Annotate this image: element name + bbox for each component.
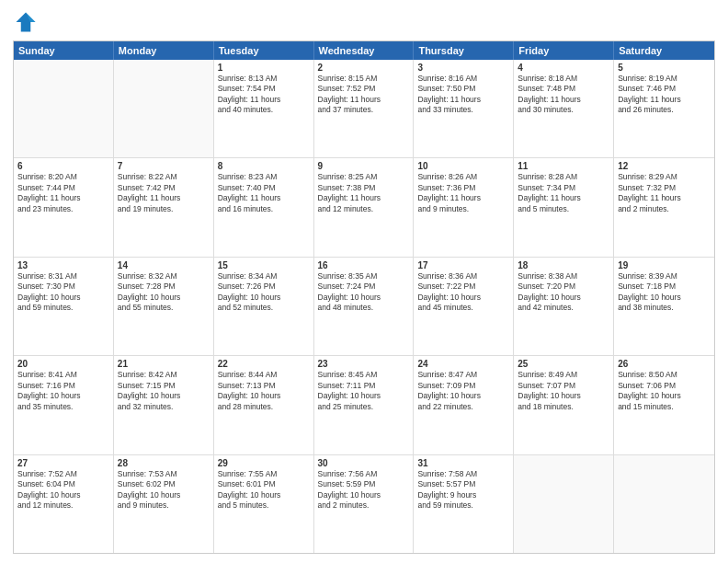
weekday-header-wednesday: Wednesday [314,41,415,60]
cell-line: Daylight: 11 hours [417,193,509,203]
calendar-cell: 24Sunrise: 8:47 AMSunset: 7:09 PMDayligh… [414,356,514,454]
cell-line: Sunrise: 8:15 AM [318,74,410,84]
cell-line: and 48 minutes. [318,303,410,313]
calendar-cell: 31Sunrise: 7:58 AMSunset: 5:57 PMDayligh… [414,455,514,553]
calendar-cell: 17Sunrise: 8:36 AMSunset: 7:22 PMDayligh… [414,258,514,355]
cell-line: Daylight: 10 hours [618,391,711,401]
header [13,9,715,35]
cell-line: Daylight: 11 hours [618,95,711,105]
day-number: 1 [218,63,310,73]
weekday-header-tuesday: Tuesday [214,41,314,60]
cell-line: Sunset: 6:04 PM [17,479,109,489]
calendar-cell: 6Sunrise: 8:20 AMSunset: 7:44 PMDaylight… [14,158,114,256]
day-number: 5 [618,63,711,73]
calendar-cell: 10Sunrise: 8:26 AMSunset: 7:36 PMDayligh… [414,158,514,256]
day-number: 23 [318,359,410,369]
cell-line: and 35 minutes. [17,402,109,412]
calendar-cell: 26Sunrise: 8:50 AMSunset: 7:06 PMDayligh… [614,356,714,454]
cell-line: Sunset: 7:06 PM [618,381,711,391]
calendar-cell: 11Sunrise: 8:28 AMSunset: 7:34 PMDayligh… [514,158,614,256]
cell-line: Sunset: 6:02 PM [118,479,210,489]
cell-line: and 45 minutes. [417,303,509,313]
cell-line: Sunset: 7:26 PM [218,282,310,292]
cell-line: and 32 minutes. [118,402,210,412]
calendar-cell: 7Sunrise: 8:22 AMSunset: 7:42 PMDaylight… [114,158,214,256]
cell-line: Sunrise: 7:58 AM [417,469,509,479]
cell-line: and 25 minutes. [318,402,410,412]
calendar-row-2: 13Sunrise: 8:31 AMSunset: 7:30 PMDayligh… [14,257,714,355]
cell-line: Sunset: 6:01 PM [218,479,310,489]
cell-line: Daylight: 10 hours [118,293,210,303]
logo-icon [13,9,39,35]
cell-line: Sunset: 7:46 PM [618,84,711,94]
calendar-cell: 2Sunrise: 8:15 AMSunset: 7:52 PMDaylight… [314,60,415,157]
calendar-cell [614,455,714,553]
calendar-row-0: 1Sunrise: 8:13 AMSunset: 7:54 PMDaylight… [14,60,714,157]
cell-line: and 18 minutes. [518,402,609,412]
calendar-cell: 23Sunrise: 8:45 AMSunset: 7:11 PMDayligh… [314,356,415,454]
calendar-cell: 1Sunrise: 8:13 AMSunset: 7:54 PMDaylight… [214,60,314,157]
calendar-row-1: 6Sunrise: 8:20 AMSunset: 7:44 PMDaylight… [14,157,714,256]
day-number: 29 [218,458,310,468]
cell-line: and 30 minutes. [518,105,609,115]
calendar-cell: 29Sunrise: 7:55 AMSunset: 6:01 PMDayligh… [214,455,314,553]
cell-line: Sunrise: 8:36 AM [417,271,509,282]
day-number: 11 [518,161,609,171]
cell-line: Sunrise: 8:26 AM [417,172,509,182]
cell-line: and 15 minutes. [618,402,711,412]
weekday-header-saturday: Saturday [614,41,714,60]
cell-line: Sunrise: 8:23 AM [218,172,310,182]
cell-line: Daylight: 11 hours [518,193,609,203]
cell-line: and 28 minutes. [218,402,310,412]
cell-line: Daylight: 11 hours [218,193,310,203]
cell-line: Daylight: 11 hours [618,193,711,203]
cell-line: Sunset: 7:36 PM [417,183,509,193]
day-number: 10 [417,161,509,171]
cell-line: Sunset: 7:32 PM [618,183,711,193]
cell-line: Daylight: 11 hours [417,95,509,105]
cell-line: Daylight: 10 hours [318,391,410,401]
day-number: 31 [417,458,509,468]
calendar: SundayMondayTuesdayWednesdayThursdayFrid… [13,40,715,554]
cell-line: and 2 minutes. [618,204,711,214]
cell-line: and 26 minutes. [618,105,711,115]
calendar-cell: 20Sunrise: 8:41 AMSunset: 7:16 PMDayligh… [14,356,114,454]
cell-line: Daylight: 10 hours [17,293,109,303]
cell-line: Sunrise: 8:22 AM [118,172,210,182]
day-number: 16 [318,260,410,270]
cell-line: Sunset: 7:30 PM [17,282,109,292]
cell-line: Sunrise: 8:31 AM [17,271,109,282]
calendar-row-3: 20Sunrise: 8:41 AMSunset: 7:16 PMDayligh… [14,355,714,454]
calendar-cell: 14Sunrise: 8:32 AMSunset: 7:28 PMDayligh… [114,258,214,355]
day-number: 13 [17,260,109,270]
cell-line: Sunset: 7:38 PM [318,183,410,193]
cell-line: Sunrise: 8:20 AM [17,172,109,182]
cell-line: Sunrise: 7:53 AM [118,469,210,479]
cell-line: Sunrise: 8:25 AM [318,172,410,182]
calendar-cell: 16Sunrise: 8:35 AMSunset: 7:24 PMDayligh… [314,258,415,355]
cell-line: Sunset: 7:07 PM [518,381,609,391]
day-number: 7 [118,161,210,171]
cell-line: Sunset: 5:59 PM [318,479,410,489]
cell-line: Daylight: 11 hours [318,193,410,203]
cell-line: Sunrise: 8:38 AM [518,271,609,282]
calendar-cell: 25Sunrise: 8:49 AMSunset: 7:07 PMDayligh… [514,356,614,454]
cell-line: Sunset: 7:50 PM [417,84,509,94]
calendar-cell: 9Sunrise: 8:25 AMSunset: 7:38 PMDaylight… [314,158,415,256]
cell-line: and 9 minutes. [118,500,210,511]
cell-line: and 22 minutes. [417,402,509,412]
day-number: 14 [118,260,210,270]
day-number: 4 [518,63,609,73]
cell-line: Sunset: 7:52 PM [318,84,410,94]
cell-line: Sunrise: 8:19 AM [618,74,711,84]
calendar-cell: 27Sunrise: 7:52 AMSunset: 6:04 PMDayligh… [14,455,114,553]
day-number: 18 [518,260,609,270]
day-number: 22 [218,359,310,369]
cell-line: and 33 minutes. [417,105,509,115]
cell-line: Daylight: 10 hours [417,293,509,303]
cell-line: Sunset: 7:40 PM [218,183,310,193]
calendar-cell: 4Sunrise: 8:18 AMSunset: 7:48 PMDaylight… [514,60,614,157]
cell-line: Sunset: 7:44 PM [17,183,109,193]
cell-line: and 19 minutes. [118,204,210,214]
day-number: 19 [618,260,711,270]
